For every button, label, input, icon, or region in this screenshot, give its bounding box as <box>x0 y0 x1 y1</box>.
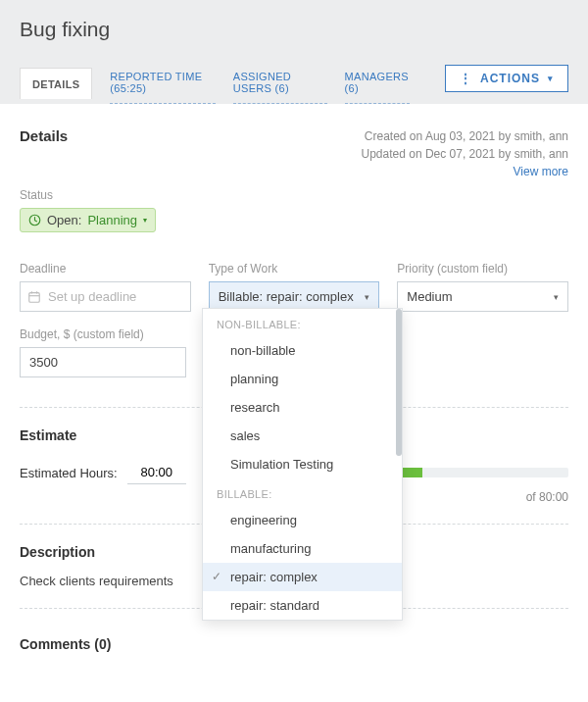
actions-button-label: ACTIONS <box>480 72 540 85</box>
type-of-work-field: Type of Work Billable: repair: complex ▾ <box>209 262 380 312</box>
status-label: Status <box>20 188 568 202</box>
actions-button[interactable]: ⋮ ACTIONS ▾ <box>445 65 568 92</box>
type-of-work-value: Billable: repair: complex <box>219 289 354 304</box>
deadline-field: Deadline <box>20 262 191 312</box>
dropdown-item[interactable]: manufacturing <box>203 534 402 563</box>
tab-managers[interactable]: MANAGERS (6) <box>345 61 410 104</box>
tabs-row: DETAILS REPORTED TIME (65:25) ASSIGNED U… <box>20 61 568 104</box>
status-open-word: Open: <box>47 213 81 227</box>
vertical-dots-icon: ⋮ <box>460 72 472 85</box>
caret-down-icon: ▾ <box>554 292 559 302</box>
tab-details[interactable]: DETAILS <box>20 68 92 99</box>
details-heading: Details <box>20 127 68 144</box>
dropdown-item-selected[interactable]: ✓repair: complex <box>203 563 402 591</box>
details-meta: Created on Aug 03, 2021 by smith, ann Up… <box>362 127 568 180</box>
priority-field: Priority (custom field) Medium ▾ <box>397 262 568 312</box>
dropdown-item[interactable]: planning <box>203 365 402 393</box>
dropdown-item[interactable]: repair: standard <box>203 591 402 620</box>
page-title: Bug fixing <box>20 18 568 41</box>
status-value: Planning <box>87 213 137 227</box>
tab-reported-time[interactable]: REPORTED TIME (65:25) <box>110 61 215 104</box>
tab-assigned-users[interactable]: ASSIGNED USERS (6) <box>233 61 327 104</box>
dropdown-group-billable: BILLABLE: <box>203 478 402 506</box>
comments-heading: Comments (0) <box>20 636 568 652</box>
caret-down-icon: ▾ <box>143 216 147 225</box>
estimated-hours-label: Estimated Hours: <box>20 466 118 480</box>
deadline-input[interactable] <box>20 281 191 312</box>
dropdown-item[interactable]: research <box>203 393 402 422</box>
view-more-link[interactable]: View more <box>514 165 568 178</box>
type-of-work-dropdown: NON-BILLABLE: non-billable planning rese… <box>202 308 403 621</box>
content-area: Details Created on Aug 03, 2021 by smith… <box>0 104 588 676</box>
clock-icon <box>28 214 41 226</box>
estimated-hours-input[interactable] <box>127 461 186 484</box>
updated-text: Updated on Dec 07, 2021 by smith, ann <box>362 145 568 163</box>
dropdown-item[interactable]: engineering <box>203 506 402 534</box>
status-dropdown[interactable]: Open: Planning ▾ <box>20 208 156 232</box>
budget-input[interactable] <box>20 347 186 377</box>
header-area: Bug fixing DETAILS REPORTED TIME (65:25)… <box>0 0 588 104</box>
priority-select[interactable]: Medium ▾ <box>397 281 568 312</box>
caret-down-icon: ▾ <box>548 74 554 83</box>
dropdown-group-nonbillable: NON-BILLABLE: <box>203 309 402 336</box>
dropdown-item[interactable]: sales <box>203 422 402 450</box>
type-of-work-label: Type of Work <box>209 262 380 276</box>
priority-label: Priority (custom field) <box>397 262 568 276</box>
caret-down-icon: ▾ <box>365 292 369 302</box>
priority-value: Medium <box>407 289 452 304</box>
calendar-icon <box>27 290 41 304</box>
created-text: Created on Aug 03, 2021 by smith, ann <box>362 127 568 145</box>
dropdown-item[interactable]: Simulation Testing <box>203 450 402 478</box>
deadline-label: Deadline <box>20 262 191 276</box>
svg-rect-1 <box>29 292 40 302</box>
check-icon: ✓ <box>212 570 221 583</box>
dropdown-item[interactable]: non-billable <box>203 336 402 365</box>
